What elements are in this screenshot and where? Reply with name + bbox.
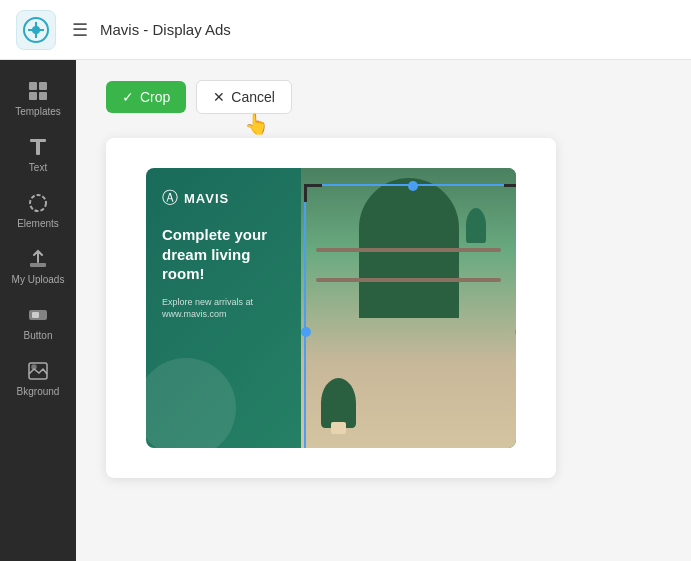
room-image [301,168,516,448]
sidebar: Templates Text Elements [0,60,76,561]
logo [16,10,56,50]
ad-logo: Ⓐ MAVIS [162,188,285,209]
plant-2 [321,378,356,428]
background-icon [27,360,49,382]
sidebar-label-background: Bkground [17,386,60,398]
mavis-logo-icon: Ⓐ [162,188,178,209]
svg-rect-11 [32,312,39,318]
svg-rect-9 [30,263,46,267]
sidebar-label-uploads: My Uploads [12,274,65,286]
ad-headline: Complete your dream living room! [162,225,285,284]
main-layout: Templates Text Elements [0,60,691,561]
ad-right-panel [301,168,516,448]
app-title: Mavis - Display Ads [100,21,231,38]
hand-cursor-icon: 👆 [244,112,269,136]
button-icon [27,304,49,326]
ad-design: Ⓐ MAVIS Complete your dream living room!… [146,168,516,448]
sidebar-item-text[interactable]: Text [6,128,70,180]
svg-rect-3 [39,82,47,90]
svg-point-1 [32,26,40,34]
logo-icon [23,17,49,43]
elements-icon [27,192,49,214]
ad-left-panel: Ⓐ MAVIS Complete your dream living room!… [146,168,301,448]
x-icon: ✕ [213,89,225,105]
design-card: Ⓐ MAVIS Complete your dream living room!… [106,138,556,478]
sidebar-label-text: Text [29,162,47,174]
svg-point-8 [30,195,46,211]
sidebar-item-uploads[interactable]: My Uploads [6,240,70,292]
sidebar-label-templates: Templates [15,106,61,118]
checkmark-icon: ✓ [122,89,134,105]
cancel-label: Cancel [231,89,275,105]
sidebar-label-button: Button [24,330,53,342]
sidebar-item-button[interactable]: Button [6,296,70,348]
shelf-2 [316,278,501,282]
canvas-area: ✓ Crop ✕ Cancel 👆 Ⓐ MAVIS [76,60,691,561]
svg-rect-7 [36,139,40,155]
svg-rect-4 [29,92,37,100]
sidebar-item-templates[interactable]: Templates [6,72,70,124]
plant-1 [466,208,486,243]
cancel-button[interactable]: ✕ Cancel [196,80,292,114]
ad-logo-text: MAVIS [184,191,229,206]
hamburger-icon[interactable]: ☰ [72,19,88,41]
crop-toolbar: ✓ Crop ✕ Cancel [106,80,292,114]
sidebar-label-elements: Elements [17,218,59,230]
plant-pot [331,422,346,434]
ad-subtext: Explore new arrivals at www.mavis.com [162,296,285,321]
sidebar-item-elements[interactable]: Elements [6,184,70,236]
svg-rect-5 [39,92,47,100]
svg-rect-2 [29,82,37,90]
crop-button[interactable]: ✓ Crop [106,81,186,113]
svg-point-13 [32,365,36,369]
ad-decorative-shape [146,358,236,448]
shelf-1 [316,248,501,252]
uploads-icon [27,248,49,270]
text-icon [27,136,49,158]
crop-label: Crop [140,89,170,105]
sidebar-item-background[interactable]: Bkground [6,352,70,404]
templates-icon [27,80,49,102]
cursor-indicator: 👆 [244,112,269,136]
topbar: ☰ Mavis - Display Ads [0,0,691,60]
